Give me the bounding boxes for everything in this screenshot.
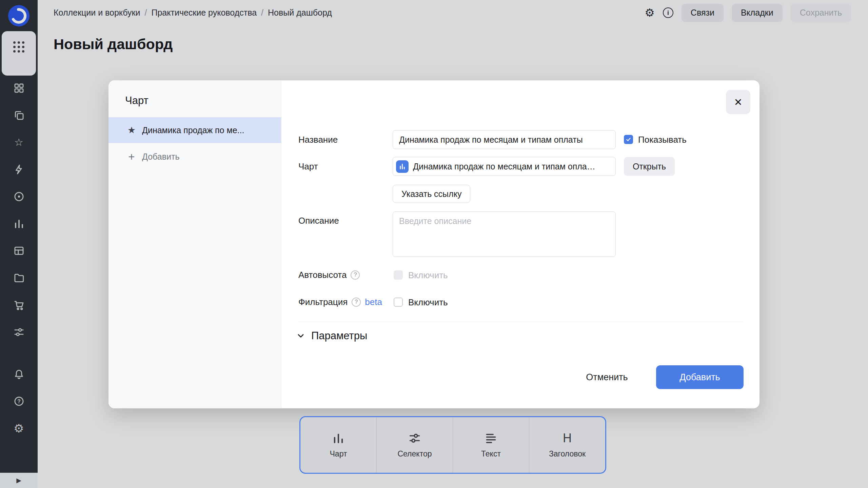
description-label: Описание xyxy=(298,215,339,226)
star-icon: ★ xyxy=(126,126,137,135)
autoheight-help-icon[interactable]: ? xyxy=(351,270,360,280)
toolbar-item-chart[interactable]: Чарт xyxy=(300,417,376,473)
specify-link-button[interactable]: Указать ссылку xyxy=(393,185,470,203)
add-chart-dialog: Чарт ★ Динамика продаж по ме... + Добави… xyxy=(108,80,760,408)
autoheight-label-row: Автовысота ? xyxy=(298,269,360,280)
toolbar-item-label: Чарт xyxy=(330,449,347,459)
dialog-title: Чарт xyxy=(125,95,149,107)
section-divider xyxy=(298,322,743,322)
toolbar-item-selector[interactable]: Селектор xyxy=(376,417,453,473)
close-icon: ✕ xyxy=(734,96,742,108)
show-checkbox[interactable] xyxy=(624,135,633,144)
chart-type-icon xyxy=(396,160,409,173)
cancel-button[interactable]: Отменить xyxy=(576,369,637,385)
chart-select-value: Динамика продаж по месяцам и типам опла… xyxy=(413,162,595,171)
autoheight-checkbox xyxy=(394,270,403,280)
toolbar-item-label: Текст xyxy=(481,449,501,459)
add-tab-item-label: Добавить xyxy=(142,152,180,162)
selector-icon xyxy=(408,431,421,445)
add-button[interactable]: Добавить xyxy=(656,365,744,389)
description-textarea[interactable] xyxy=(393,211,616,257)
open-chart-button[interactable]: Открыть xyxy=(624,157,675,176)
check-icon xyxy=(626,137,631,142)
beta-badge: beta xyxy=(365,297,382,307)
params-section-toggle[interactable]: Параметры xyxy=(296,330,367,342)
params-section-label: Параметры xyxy=(311,330,367,342)
heading-icon: H xyxy=(563,431,572,445)
close-button[interactable]: ✕ xyxy=(726,90,750,114)
plus-icon: + xyxy=(126,151,137,162)
chart-icon xyxy=(332,431,345,445)
chart-select-field[interactable]: Динамика продаж по месяцам и типам опла… xyxy=(393,157,616,176)
chart-tab-item-label: Динамика продаж по ме... xyxy=(142,125,244,135)
toolbar-item-text[interactable]: Текст xyxy=(453,417,529,473)
widgets-toolbar: Чарт Селектор Текст H Заголовок xyxy=(299,416,606,474)
name-input[interactable] xyxy=(393,130,616,149)
filtering-checkbox[interactable] xyxy=(394,298,403,307)
toolbar-item-heading[interactable]: H Заголовок xyxy=(529,417,605,473)
chart-label: Чарт xyxy=(298,161,318,172)
filtering-help-icon[interactable]: ? xyxy=(352,298,361,307)
text-icon xyxy=(485,431,497,445)
filtering-label-row: Фильтрация ? beta xyxy=(298,297,382,307)
chart-tab-item[interactable]: ★ Динамика продаж по ме... xyxy=(108,117,281,143)
autoheight-label: Автовысота xyxy=(298,270,347,280)
filtering-checkbox-label: Включить xyxy=(408,297,448,308)
autoheight-checkbox-label: Включить xyxy=(408,270,448,281)
toolbar-item-label: Заголовок xyxy=(549,449,586,459)
chevron-down-icon xyxy=(296,331,305,341)
toolbar-item-label: Селектор xyxy=(397,449,432,459)
dialog-side-panel: Чарт ★ Динамика продаж по ме... + Добави… xyxy=(108,80,281,408)
add-tab-item-button[interactable]: + Добавить xyxy=(108,146,281,167)
name-label: Название xyxy=(298,134,338,145)
show-checkbox-label: Показывать xyxy=(638,135,687,145)
filtering-label: Фильтрация xyxy=(298,297,348,307)
